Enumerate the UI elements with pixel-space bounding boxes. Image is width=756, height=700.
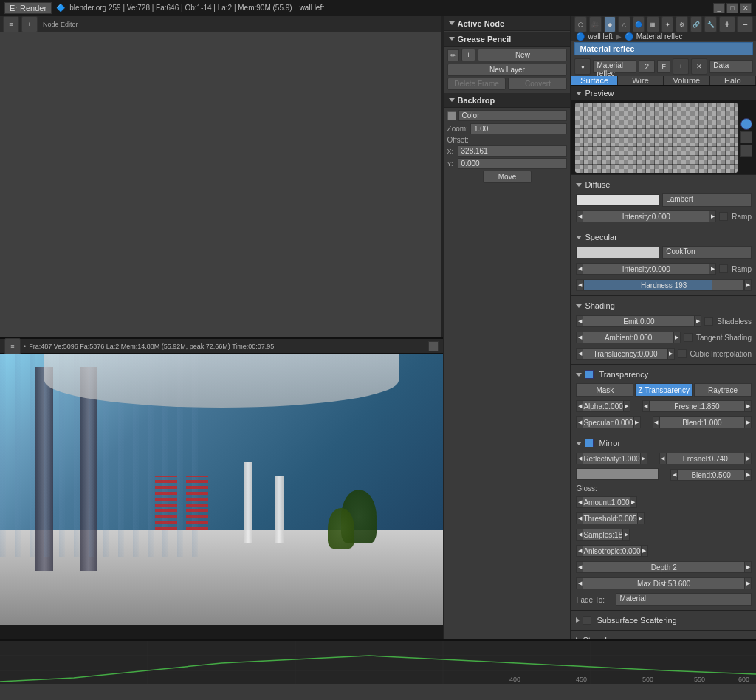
specular-intensity-left[interactable]: ◀ xyxy=(576,263,583,275)
translucency-value[interactable]: Translucency:0.000 xyxy=(583,348,667,360)
preview-plane-btn[interactable] xyxy=(740,131,752,143)
samples-right[interactable]: ▶ xyxy=(622,529,630,541)
fadeto-dropdown[interactable]: Material xyxy=(616,593,752,606)
blend-trans-right[interactable]: ▶ xyxy=(744,416,752,428)
specular-intensity-value[interactable]: Intensity:0.000 xyxy=(583,263,709,275)
emit-value[interactable]: Emit:0.00 xyxy=(583,315,694,327)
diffuse-shader-dropdown[interactable]: Lambert xyxy=(662,193,752,207)
fresnel-trans-value[interactable]: Fresnel:1.850 xyxy=(650,400,744,412)
backdrop-color-swatch[interactable] xyxy=(447,111,456,120)
reflectivity-value[interactable]: Reflectivity:1.000 xyxy=(583,453,639,464)
depth-value[interactable]: Depth 2 xyxy=(583,561,744,573)
trans-tab-z[interactable]: Z Transparency xyxy=(635,383,693,397)
alpha-value[interactable]: Alpha:0.000 xyxy=(583,400,622,412)
subsurface-header[interactable]: Subsurface Scattering xyxy=(571,613,756,628)
maxdist-value[interactable]: Max Dist:53.600 xyxy=(583,577,744,589)
blend-trans-value[interactable]: Blend:1.000 xyxy=(660,416,744,428)
ambient-value[interactable]: Ambient:0.000 xyxy=(583,332,673,343)
mat-f-btn[interactable]: F xyxy=(657,60,670,73)
hardness-field[interactable]: Hardness 193 xyxy=(583,279,744,291)
blend-mirror-left[interactable]: ◀ xyxy=(670,469,678,481)
node-view-btn[interactable]: ≡ xyxy=(3,16,19,32)
refl-left[interactable]: ◀ xyxy=(576,453,583,464)
diffuse-ramp-checkbox[interactable] xyxy=(719,212,728,221)
ambient-right[interactable]: ▶ xyxy=(673,332,681,343)
diffuse-header[interactable]: Diffuse xyxy=(571,177,756,192)
gp-delete-frame-btn[interactable]: Delete Frame xyxy=(447,78,506,90)
specular-shader-dropdown[interactable]: CookTorr xyxy=(662,246,752,259)
specular-trans-value[interactable]: Specular:0.000 xyxy=(583,416,633,428)
diffuse-intensity-left[interactable]: ◀ xyxy=(576,210,583,222)
mat-name-field[interactable]: Material reflec xyxy=(593,60,636,73)
constraints-icon-btn[interactable]: 🔗 xyxy=(690,16,703,32)
shadeless-checkbox[interactable] xyxy=(704,317,713,326)
transparency-header[interactable]: Transparency xyxy=(571,367,756,382)
preview-sphere-btn[interactable] xyxy=(740,118,752,130)
mesh-icon-btn[interactable]: △ xyxy=(618,16,630,32)
amount-value[interactable]: Amount:1.000 xyxy=(583,496,629,508)
mirror-enabled-checkbox[interactable] xyxy=(585,439,594,447)
mat-sphere-btn[interactable]: ● xyxy=(574,58,591,75)
specular-header[interactable]: Specular xyxy=(571,230,756,244)
hardness-left[interactable]: ◀ xyxy=(576,279,583,291)
fresnel-mirror-value[interactable]: Fresnel:0.740 xyxy=(667,453,744,464)
samples-value[interactable]: Samples:18 xyxy=(583,529,622,541)
fresnel-trans-left[interactable]: ◀ xyxy=(642,400,650,412)
y-coord-field[interactable]: 0.000 xyxy=(458,158,568,169)
mirror-color-swatch[interactable] xyxy=(576,468,659,480)
close-btn[interactable]: ✕ xyxy=(740,3,752,13)
fresnel-trans-right[interactable]: ▶ xyxy=(744,400,752,412)
node-add-btn[interactable]: + xyxy=(21,16,38,32)
threshold-value[interactable]: Threshold:0.005 xyxy=(583,512,636,524)
preview-cube-btn[interactable] xyxy=(740,145,752,157)
fresnel-mirror-left[interactable]: ◀ xyxy=(659,453,667,464)
tab-halo[interactable]: Halo xyxy=(710,76,756,85)
particle-icon-btn[interactable]: ✦ xyxy=(662,16,674,32)
tab-wire[interactable]: Wire xyxy=(618,76,664,85)
minimize-btn[interactable]: _ xyxy=(713,3,725,13)
depth-left[interactable]: ◀ xyxy=(576,561,583,573)
emit-right[interactable]: ▶ xyxy=(694,315,701,327)
material-name-input[interactable] xyxy=(574,42,753,55)
specular-trans-left[interactable]: ◀ xyxy=(576,416,583,428)
zoom-field[interactable]: 1.00 xyxy=(470,123,567,134)
object-icon-btn[interactable]: ◆ xyxy=(604,16,616,32)
gp-plus-btn[interactable]: + xyxy=(461,49,476,61)
refl-right[interactable]: ▶ xyxy=(640,453,647,464)
trans-tab-mask[interactable]: Mask xyxy=(576,383,633,397)
ambient-left[interactable]: ◀ xyxy=(576,332,583,343)
viewport-menu-btn[interactable]: ≡ xyxy=(4,338,21,354)
alpha-right[interactable]: ▶ xyxy=(623,400,630,412)
shading-header[interactable]: Shading xyxy=(571,298,756,313)
fresnel-mirror-right[interactable]: ▶ xyxy=(744,453,752,464)
material-icon-btn[interactable]: 🔵 xyxy=(633,16,645,32)
maxdist-right[interactable]: ▶ xyxy=(744,577,752,589)
mat-num-field[interactable]: 2 xyxy=(639,60,655,73)
backdrop-header[interactable]: Backdrop xyxy=(444,93,571,108)
anisotropic-right[interactable]: ▶ xyxy=(641,545,648,557)
viewport-settings-btn[interactable] xyxy=(428,341,439,351)
specular-color-swatch[interactable] xyxy=(576,247,659,258)
mat-link-btn[interactable]: + xyxy=(673,58,689,75)
texture-icon-btn[interactable]: ▦ xyxy=(647,16,659,32)
tangent-checkbox[interactable] xyxy=(684,333,693,342)
alpha-left[interactable]: ◀ xyxy=(576,400,583,412)
gp-new-btn[interactable]: New xyxy=(478,49,567,61)
samples-left[interactable]: ◀ xyxy=(576,529,583,541)
physics-icon-btn[interactable]: ⚙ xyxy=(676,16,688,32)
maxdist-left[interactable]: ◀ xyxy=(576,577,583,589)
backdrop-move-btn[interactable]: Move xyxy=(483,171,532,183)
strand-header[interactable]: Strand xyxy=(571,633,756,639)
maximize-btn[interactable]: □ xyxy=(726,3,738,13)
subsurface-checkbox[interactable] xyxy=(583,616,591,625)
specular-intensity-right[interactable]: ▶ xyxy=(709,263,716,275)
diffuse-color-swatch[interactable] xyxy=(576,194,659,206)
transparency-enabled-checkbox[interactable] xyxy=(585,370,594,379)
mirror-header[interactable]: Mirror xyxy=(571,436,756,450)
emit-left[interactable]: ◀ xyxy=(576,315,583,327)
tab-surface[interactable]: Surface xyxy=(571,76,617,85)
hardness-right[interactable]: ▶ xyxy=(744,279,752,291)
amount-left[interactable]: ◀ xyxy=(576,496,583,508)
trans-tab-raytrace[interactable]: Raytrace xyxy=(694,383,752,397)
modifiers-icon-btn[interactable]: 🔧 xyxy=(704,16,717,32)
